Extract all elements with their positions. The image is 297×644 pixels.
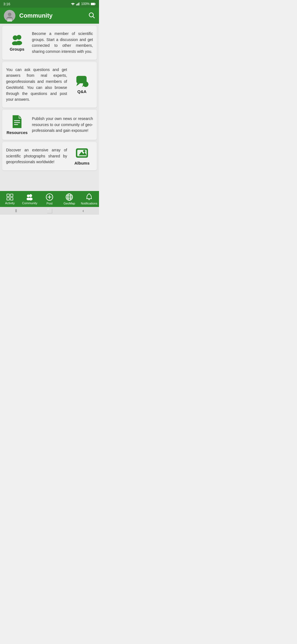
albums-icon [75,147,89,159]
page-title: Community [19,12,84,19]
wifi-icon [71,2,75,6]
groups-text: Become a member of scientific groups. St… [32,31,93,55]
back-button[interactable]: ‹ [82,208,84,213]
resources-card[interactable]: Resources Publish your own news or resea… [2,110,97,140]
search-button[interactable] [88,12,95,20]
search-icon [88,12,95,19]
albums-label: Albums [74,161,89,165]
svg-rect-29 [10,197,13,200]
post-label: Post [46,202,53,205]
geomap-label: GeoMap [64,202,75,205]
bottom-nav: Activity Community Post GeoMap [0,191,99,207]
qa-icon [75,75,89,88]
menu-lines [7,19,12,21]
system-nav: ⦀ ⬜ ‹ [0,207,99,215]
svg-rect-6 [95,3,95,4]
albums-card[interactable]: Albums Discover an extensive array of sc… [2,142,97,170]
svg-rect-28 [7,197,9,200]
nav-geomap[interactable]: GeoMap [61,193,78,205]
app-header: Community [0,8,99,24]
svg-point-33 [27,198,30,200]
groups-icon [10,34,24,45]
battery-icon [91,2,96,6]
nav-community[interactable]: Community [21,193,38,205]
svg-point-30 [29,194,32,197]
groups-icon-section: Groups [6,34,28,51]
svg-point-13 [13,35,17,40]
avatar-menu-button[interactable] [4,10,15,21]
svg-point-9 [89,13,93,17]
post-icon [46,193,53,201]
community-icon [26,193,34,201]
content-scroll: Groups Become a member of scientific gro… [0,24,99,191]
qa-label: Q&A [77,89,86,94]
nav-activity[interactable]: Activity [2,193,18,205]
svg-marker-16 [76,83,80,86]
qa-text: You can ask questions and get answers fr… [6,67,67,103]
community-label: Community [22,201,37,205]
battery-text: 100% [81,2,90,6]
groups-label: Groups [10,47,24,51]
svg-rect-3 [79,2,79,6]
status-icons: 100% [71,2,96,6]
notifications-label: Notifications [81,202,97,205]
geomap-icon [65,193,73,201]
recents-button[interactable]: ⦀ [15,208,17,213]
notifications-icon [86,193,92,201]
nav-post[interactable]: Post [41,193,58,205]
svg-line-10 [93,17,95,18]
signal-icon [76,2,80,6]
svg-point-32 [27,194,30,197]
resources-icon-section: Resources [6,115,28,135]
activity-icon [6,193,13,201]
svg-rect-27 [10,194,13,196]
status-time: 3:16 [3,2,10,6]
albums-icon-section: Albums [71,147,93,165]
svg-rect-1 [77,4,78,5]
qa-card[interactable]: Q&A You can ask questions and get answer… [2,62,97,108]
resources-label: Resources [7,130,28,135]
svg-point-17 [83,81,88,87]
resources-text: Publish your own news or research resour… [32,116,93,134]
nav-notifications[interactable]: Notifications [81,193,97,205]
home-button[interactable]: ⬜ [47,208,53,214]
svg-point-7 [8,13,12,16]
svg-rect-26 [7,194,9,196]
qa-icon-section: Q&A [71,75,93,94]
activity-label: Activity [5,201,15,205]
svg-rect-0 [76,4,77,5]
resources-icon [12,115,23,129]
svg-point-25 [83,150,85,152]
groups-card[interactable]: Groups Become a member of scientific gro… [2,26,97,60]
status-bar: 3:16 100% [0,0,99,8]
albums-text: Discover an extensive array of scientifi… [6,147,67,165]
svg-rect-2 [78,3,79,5]
svg-rect-5 [91,3,95,5]
